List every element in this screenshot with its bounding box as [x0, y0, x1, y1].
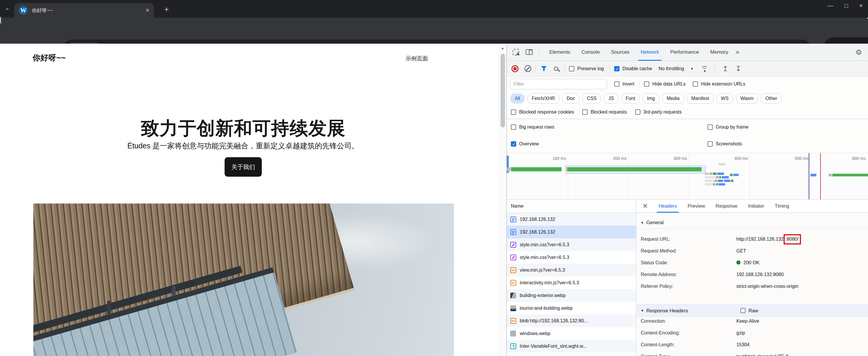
header-value: 200 OK [736, 260, 760, 265]
clear-network-log-button[interactable] [524, 65, 531, 72]
type-filter-css[interactable]: CSS [582, 94, 601, 103]
screenshots-option[interactable]: Screenshots [708, 141, 742, 147]
network-conditions-icon[interactable] [701, 66, 709, 72]
type-filter-ws[interactable]: WS [717, 94, 733, 103]
export-har-icon[interactable]: ↧ [736, 65, 741, 73]
disable-cache-checkbox[interactable] [614, 66, 619, 71]
type-filter-all[interactable]: All [510, 94, 524, 103]
filter-toggle-icon[interactable] [541, 66, 547, 71]
big-request-rows-option[interactable]: Big request rows [511, 125, 554, 130]
details-tab-preview[interactable]: Preview [682, 200, 710, 213]
type-filter-media[interactable]: Media [662, 94, 684, 103]
scrollbar-thumb[interactable] [501, 54, 505, 127]
type-filter-img[interactable]: Img [643, 94, 659, 103]
hide-data-urls-checkbox[interactable] [644, 82, 649, 87]
window-maximize-button[interactable]: □ [844, 2, 848, 9]
request-details-pane: ✕ HeadersPreviewResponseInitiatorTiming … [637, 200, 868, 356]
blocked-response-cookies-checkbox[interactable] [511, 109, 516, 115]
site-title[interactable]: 你好呀~~ [32, 53, 66, 63]
disable-cache-option[interactable]: Disable cache [614, 66, 652, 71]
tab-list-chevron-icon[interactable]: ⌄ [5, 4, 10, 11]
blocked-requests-checkbox[interactable] [582, 109, 588, 115]
nav-link-sample-page[interactable]: 示例页面 [405, 55, 428, 63]
preserve-log-checkbox[interactable] [569, 66, 574, 71]
reload-button[interactable] [0, 17, 2, 24]
scrollbar-up-arrow-icon[interactable]: ▲ [501, 46, 504, 50]
inspect-element-icon[interactable] [513, 49, 519, 56]
type-filter-manifest[interactable]: Manifest [687, 94, 713, 103]
type-filter-doc[interactable]: Doc [562, 94, 579, 103]
hide-data-urls-option[interactable]: Hide data URLs [644, 82, 686, 87]
chevron-down-icon: ▼ [691, 67, 694, 70]
overview-option[interactable]: Overview [511, 141, 539, 147]
request-list-name-header[interactable]: Name [507, 200, 636, 213]
devtools-tab-sources[interactable]: Sources [605, 44, 635, 61]
request-row[interactable] [507, 352, 636, 356]
type-filter-wasm[interactable]: Wasm [736, 94, 758, 103]
raw-checkbox[interactable] [741, 308, 746, 313]
new-tab-button[interactable]: + [164, 5, 169, 13]
general-section-header[interactable]: ▼ General [637, 217, 868, 229]
network-overview-timeline[interactable]: 100 ms200 ms300 ms400 ms500 ms600 ms [507, 153, 868, 200]
header-name: Connection: [637, 319, 736, 324]
request-row[interactable]: tourist-and-building.webp [507, 302, 636, 315]
tab-close-icon[interactable]: × [146, 6, 149, 14]
type-filter-font[interactable]: Font [621, 94, 640, 103]
devtools-tab-memory[interactable]: Memory [705, 44, 734, 61]
hide-extension-urls-checkbox[interactable] [693, 82, 698, 87]
devtools-tab-performance[interactable]: Performance [665, 44, 705, 61]
record-network-log-button[interactable] [512, 65, 519, 72]
css-file-icon [510, 242, 516, 248]
type-filter-other[interactable]: Other [761, 94, 781, 103]
device-toolbar-icon[interactable] [526, 49, 533, 55]
about-us-button[interactable]: 关于我们 [225, 157, 262, 177]
hide-extension-urls-option[interactable]: Hide extension URLs [693, 82, 745, 87]
request-row[interactable]: style.min.css?ver=6.5.3 [507, 238, 636, 251]
details-tab-initiator[interactable]: Initiator [743, 200, 769, 213]
throttling-dropdown[interactable]: No throttling ▼ [658, 66, 693, 71]
window-close-button[interactable]: × [859, 2, 863, 9]
overview-checkbox[interactable] [511, 141, 516, 147]
request-row[interactable]: view.min.js?ver=6.5.3 [507, 264, 636, 277]
blocked-response-cookies-option[interactable]: Blocked response cookies [511, 109, 574, 115]
request-row[interactable]: windows.webp [507, 327, 636, 340]
close-details-icon[interactable]: ✕ [643, 202, 648, 210]
search-network-icon[interactable] [554, 67, 558, 71]
network-toolbar: Preserve log Disable cache No throttling… [507, 61, 868, 77]
third-party-requests-option[interactable]: 3rd-party requests [635, 109, 682, 115]
preserve-log-option[interactable]: Preserve log [569, 66, 604, 71]
devtools-settings-gear-icon[interactable]: ⚙ [856, 48, 862, 57]
filter-input[interactable] [510, 79, 607, 89]
browser-tab[interactable]: W 你好呀~~ × [14, 3, 154, 18]
details-tab-headers[interactable]: Headers [653, 200, 682, 213]
type-filter-js[interactable]: JS [604, 94, 618, 103]
group-by-frame-checkbox[interactable] [708, 125, 713, 130]
request-row[interactable]: 192.168.126.132 [507, 226, 636, 238]
request-row[interactable]: style.min.css?ver=6.5.3 [507, 251, 636, 264]
raw-headers-option[interactable]: Raw [741, 308, 758, 314]
screenshots-checkbox[interactable] [708, 141, 713, 147]
big-request-rows-checkbox[interactable] [511, 125, 516, 130]
more-tabs-icon[interactable]: » [736, 48, 739, 56]
request-row[interactable]: 192.168.126.132 [507, 213, 636, 226]
devtools-tab-network[interactable]: Network [635, 44, 665, 61]
import-har-icon[interactable]: ↥ [722, 65, 728, 73]
window-minimize-button[interactable]: — [827, 2, 833, 9]
devtools-tab-console[interactable]: Console [576, 44, 605, 61]
blocked-requests-option[interactable]: Blocked requests [582, 109, 627, 115]
devtools-tab-elements[interactable]: Elements [544, 44, 576, 61]
request-row[interactable]: building-exterior.webp [507, 289, 636, 302]
third-party-requests-checkbox[interactable] [635, 109, 641, 115]
response-headers-section-header[interactable]: ▼ Response Headers Raw [637, 304, 868, 317]
invert-option[interactable]: Invert [614, 82, 634, 87]
invert-checkbox[interactable] [614, 82, 619, 87]
group-by-frame-option[interactable]: Group by frame [708, 125, 748, 130]
request-row[interactable]: blob:http://192.168.126.132:80... [507, 315, 636, 327]
request-row[interactable]: Inter-VariableFont_slnt,wght.w... [507, 340, 636, 352]
type-filter-fetch-xhr[interactable]: Fetch/XHR [527, 94, 559, 103]
request-name: building-exterior.webp [520, 293, 566, 298]
details-tab-response[interactable]: Response [710, 200, 743, 213]
page-scrollbar[interactable]: ▲ [499, 44, 506, 356]
request-row[interactable]: interactivity.min.js?ver=6.5.3 [507, 277, 636, 289]
details-tab-timing[interactable]: Timing [769, 200, 795, 213]
